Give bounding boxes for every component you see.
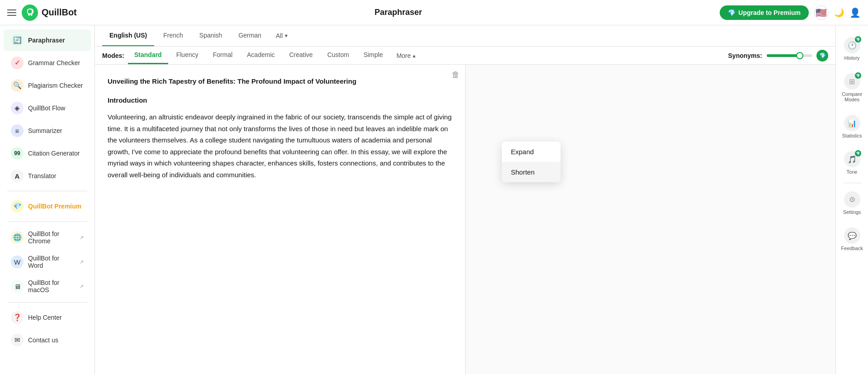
quillbot-logo-svg [25, 8, 35, 18]
sidebar-item-word[interactable]: W QuillBot for Word ↗ [4, 250, 91, 274]
more-dropdown-menu: Expand Shorten [502, 142, 561, 182]
output-editor-pane[interactable] [466, 65, 836, 374]
statistics-label: Statistics [842, 133, 862, 138]
sidebar-item-chrome[interactable]: 🌐 QuillBot for Chrome ↗ [4, 226, 91, 249]
history-label: History [844, 55, 859, 61]
tab-all-dropdown[interactable]: All ▾ [270, 26, 293, 46]
page-title: Paraphraser [374, 8, 422, 17]
right-sidebar-history[interactable]: 🕐 💎 History [836, 31, 868, 67]
grammar-checker-icon: ✓ [11, 57, 24, 69]
sidebar-label-citation: Citation Generator [28, 150, 80, 157]
right-sidebar-compare-modes[interactable]: ⊞ 💎 Compare Modes [836, 67, 868, 109]
right-sidebar-settings[interactable]: ⚙ Settings [836, 185, 868, 221]
editor-container: 🗑 Unveiling the Rich Tapestry of Benefit… [95, 65, 835, 374]
synonyms-slider[interactable] [767, 54, 812, 57]
settings-label: Settings [843, 209, 861, 215]
history-premium-badge: 💎 [855, 36, 861, 43]
sidebar-item-translator[interactable]: A Translator [4, 165, 91, 187]
header-right: Upgrade to Premium 🇺🇸 🌙 👤 [720, 5, 861, 20]
macos-icon: 🖥 [11, 280, 24, 293]
settings-icon-circle: ⚙ [844, 191, 860, 208]
contact-icon: ✉ [11, 334, 24, 346]
flow-icon: ◈ [11, 102, 24, 114]
sidebar-item-summarizer[interactable]: ≡ Summarizer [4, 120, 91, 142]
input-editor-pane[interactable]: 🗑 Unveiling the Rich Tapestry of Benefit… [95, 65, 465, 374]
hamburger-icon[interactable] [7, 9, 16, 16]
user-profile-button[interactable]: 👤 [849, 7, 861, 18]
mode-simple[interactable]: Simple [357, 47, 389, 64]
tab-german[interactable]: German [231, 25, 269, 46]
dropdown-item-expand[interactable]: Expand [502, 142, 561, 162]
language-tabs: English (US) French Spanish German All ▾ [95, 25, 835, 47]
paraphraser-icon: 🔄 [11, 34, 24, 47]
mode-academic[interactable]: Academic [241, 47, 281, 64]
feedback-label: Feedback [841, 246, 863, 251]
tab-english-us[interactable]: English (US) [102, 25, 154, 46]
chevron-up-icon: ▴ [413, 52, 415, 59]
tab-spanish[interactable]: Spanish [192, 25, 230, 46]
logo[interactable]: QuillBot [22, 5, 77, 21]
sidebar-item-citation-generator[interactable]: 99 Citation Generator [4, 142, 91, 164]
synonyms-label: Synonyms: [728, 52, 762, 59]
translator-icon: A [11, 170, 24, 182]
logo-text: QuillBot [42, 7, 77, 18]
synonyms-section: Synonyms: 💎 [728, 50, 828, 62]
mode-standard[interactable]: Standard [128, 47, 168, 64]
mode-fluency[interactable]: Fluency [170, 47, 205, 64]
mode-formal[interactable]: Formal [207, 47, 239, 64]
sidebar-item-macos[interactable]: 🖥 QuillBot for macOS ↗ [4, 275, 91, 298]
sidebar-item-quillbot-flow[interactable]: ◈ QuillBot Flow [4, 97, 91, 119]
right-sidebar-statistics[interactable]: 📊 Statistics [836, 109, 868, 145]
sidebar-label-summarizer: Summarizer [28, 127, 62, 134]
sidebar-label-premium: QuillBot Premium [28, 203, 81, 210]
synonyms-max-icon: 💎 [816, 50, 828, 62]
sidebar-item-plagiarism-checker[interactable]: 🔍 Plagiarism Checker [4, 75, 91, 96]
tab-french[interactable]: French [156, 25, 190, 46]
sidebar-label-macos: QuillBot for macOS [28, 279, 75, 294]
main-layout: 🔄 Paraphraser ✓ Grammar Checker 🔍 Plagia… [0, 25, 868, 374]
essay-title: Unveiling the Rich Tapestry of Benefits:… [108, 76, 453, 87]
tone-premium-badge: 💎 [855, 150, 861, 156]
logo-icon [22, 5, 38, 21]
dropdown-item-shorten[interactable]: Shorten [502, 162, 561, 182]
statistics-icon-circle: 📊 [844, 115, 860, 131]
chrome-icon: 🌐 [11, 231, 24, 244]
right-sidebar-tone[interactable]: 🎵 💎 Tone [836, 145, 868, 181]
sidebar-divider-2 [7, 221, 87, 222]
header-left: QuillBot [7, 5, 77, 21]
tone-label: Tone [847, 169, 858, 175]
delete-button[interactable]: 🗑 [452, 70, 460, 80]
modes-label: Modes: [102, 52, 124, 59]
dark-mode-toggle[interactable]: 🌙 [834, 8, 844, 18]
summarizer-icon: ≡ [11, 124, 24, 137]
mode-more-button[interactable]: More ▴ [391, 47, 421, 64]
mode-creative[interactable]: Creative [283, 47, 319, 64]
mode-custom[interactable]: Custom [321, 47, 355, 64]
sidebar-divider-1 [7, 191, 87, 191]
right-sidebar-feedback[interactable]: 💬 Feedback [836, 221, 868, 257]
citation-icon: 99 [11, 147, 24, 160]
sidebar-item-premium[interactable]: 💎 QuillBot Premium [4, 195, 91, 217]
slider-thumb[interactable] [796, 52, 803, 59]
premium-icon: 💎 [11, 200, 24, 213]
sidebar-item-paraphraser[interactable]: 🔄 Paraphraser [4, 29, 91, 51]
tone-icon-circle: 🎵 💎 [844, 151, 860, 167]
word-icon: W [11, 256, 24, 268]
content-area: English (US) French Spanish German All ▾… [95, 25, 835, 374]
sidebar-item-contact[interactable]: ✉ Contact us [4, 329, 91, 351]
chevron-down-icon: ▾ [285, 33, 288, 39]
upgrade-button[interactable]: Upgrade to Premium [720, 5, 809, 20]
all-label: All [276, 32, 283, 39]
sidebar-label-paraphraser: Paraphraser [28, 37, 65, 44]
sidebar-item-help[interactable]: ❓ Help Center [4, 307, 91, 328]
flag-icon[interactable]: 🇺🇸 [814, 5, 829, 20]
word-external-icon: ↗ [80, 259, 84, 265]
more-label: More [396, 52, 411, 59]
history-icon-circle: 🕐 💎 [844, 37, 860, 53]
sidebar-label-grammar: Grammar Checker [28, 59, 80, 66]
sidebar-item-grammar-checker[interactable]: ✓ Grammar Checker [4, 52, 91, 74]
sidebar-label-contact: Contact us [28, 336, 58, 344]
help-icon: ❓ [11, 311, 24, 324]
sidebar-label-flow: QuillBot Flow [28, 104, 65, 112]
sidebar-divider-3 [7, 302, 87, 303]
